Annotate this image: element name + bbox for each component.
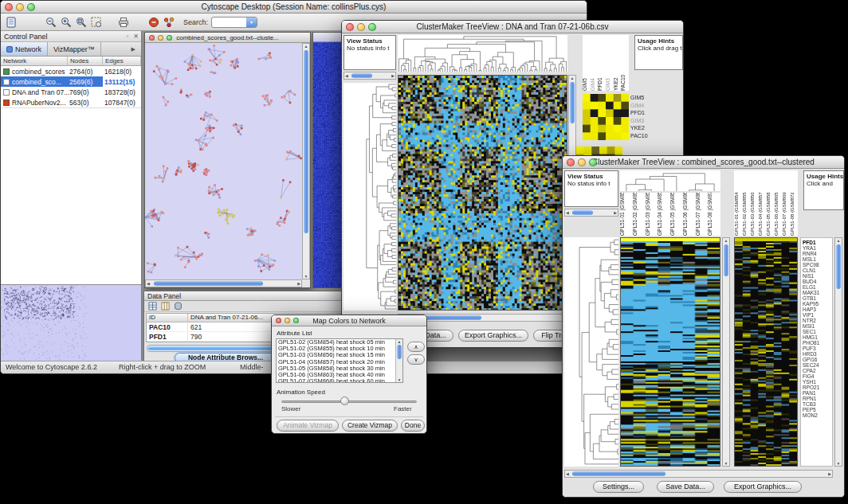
id-column-header[interactable]: ID xyxy=(147,314,188,322)
zoom-in-icon[interactable] xyxy=(60,16,73,29)
column-nodes[interactable]: Nodes xyxy=(68,57,103,65)
network-list-item[interactable]: combined_sco...2569(6)13112(15) xyxy=(1,76,141,87)
attribute-grid-icon[interactable] xyxy=(148,302,157,311)
animate-vizmap-button[interactable]: Animate Vizmap xyxy=(277,420,339,432)
network-hscrollbar[interactable]: ◀ ▶ xyxy=(145,279,302,287)
scroll-up-icon[interactable]: ▲ xyxy=(396,339,402,344)
treeview1-titlebar[interactable]: ClusterMaker TreeView : DNA and Tran 07-… xyxy=(342,21,683,33)
network-list-item[interactable]: combined_scores2764(0)16218(0) xyxy=(1,66,141,76)
main-titlebar[interactable]: Cytoscape Desktop (Session Name: collins… xyxy=(1,1,587,14)
scroll-up-icon[interactable]: ▲ xyxy=(303,44,309,49)
column-dendrogram-canvas[interactable] xyxy=(398,35,567,72)
select-attributes-icon[interactable] xyxy=(161,302,170,311)
network-view-titlebar[interactable]: combined_scores_good.txt--cluste... xyxy=(145,33,310,43)
print-icon[interactable] xyxy=(117,16,130,29)
dialog-titlebar[interactable]: Map Colors to Network xyxy=(272,315,426,326)
scroll-up-icon[interactable]: ▲ xyxy=(569,76,575,80)
scroll-left-icon[interactable]: ◀ xyxy=(146,280,151,287)
scroll-left-icon[interactable]: ◀ xyxy=(565,209,570,216)
scroll-down-icon[interactable]: ▼ xyxy=(396,377,402,382)
tab-network[interactable]: Network xyxy=(1,42,48,56)
correlation-matrix-canvas[interactable] xyxy=(583,94,629,140)
scrollbar-thumb[interactable] xyxy=(397,345,402,359)
done-button[interactable]: Done xyxy=(401,420,425,432)
minimize-icon[interactable] xyxy=(16,3,24,11)
search-input[interactable]: ▾ xyxy=(211,17,257,28)
heatmap-canvas[interactable] xyxy=(620,237,720,467)
heatmap-vscrollbar[interactable]: ▲ ▼ xyxy=(722,237,730,467)
tab-vizmapper[interactable]: VizMapper™ xyxy=(48,42,101,56)
animation-speed-slider[interactable] xyxy=(281,400,417,403)
zoom-fit-icon[interactable] xyxy=(75,16,88,29)
close-icon[interactable] xyxy=(149,35,155,41)
scroll-left-icon[interactable]: ◀ xyxy=(344,72,349,79)
maximize-icon[interactable] xyxy=(27,3,35,11)
scroll-down-icon[interactable]: ▼ xyxy=(303,274,309,279)
close-panel-icon[interactable]: ✕ xyxy=(131,33,141,40)
heatmap-canvas[interactable] xyxy=(398,75,567,311)
attribute-list-item[interactable]: GPL51-07 (GSM868) heat shock 60 min xyxy=(277,378,402,383)
row-dendrogram-canvas[interactable] xyxy=(564,237,618,467)
minimize-icon[interactable] xyxy=(578,158,586,166)
scrollbar-thumb[interactable] xyxy=(570,82,575,123)
node-attribute-browser-button[interactable]: Node Attribute Brows... xyxy=(175,353,277,361)
settings-button[interactable]: Settings... xyxy=(593,481,644,493)
export-graphics-button[interactable]: Export Graphics... xyxy=(724,481,802,493)
close-icon[interactable] xyxy=(5,3,13,11)
gene-list-vscrollbar[interactable]: ▲ ▼ xyxy=(834,237,842,467)
scroll-down-icon[interactable]: ▼ xyxy=(723,461,729,466)
network-vscrollbar[interactable]: ▲ ▼ xyxy=(302,43,310,279)
zoom-out-icon[interactable] xyxy=(45,16,57,29)
minimize-icon[interactable] xyxy=(158,35,163,41)
maximize-icon[interactable] xyxy=(589,158,597,166)
scroll-down-icon[interactable]: ▼ xyxy=(835,461,842,466)
maximize-icon[interactable] xyxy=(167,35,172,41)
animation-speed-slider-thumb[interactable] xyxy=(340,397,349,405)
treeview2-titlebar[interactable]: ClusterMaker TreeView : combined_scores_… xyxy=(563,156,844,169)
export-graphics-button[interactable]: Export Graphics... xyxy=(458,330,528,342)
move-up-button[interactable]: ∧ xyxy=(407,342,425,352)
maximize-icon[interactable] xyxy=(293,318,299,323)
treeview2-hscrollbar[interactable]: ◀ ▶ xyxy=(564,470,833,478)
maximize-icon[interactable] xyxy=(368,23,376,31)
scroll-right-icon[interactable]: ▶ xyxy=(391,72,395,79)
network-view-window[interactable]: combined_scores_good.txt--cluste... ▲ ▼ … xyxy=(144,32,311,288)
scrollbar-thumb[interactable] xyxy=(836,244,841,289)
scroll-up-icon[interactable]: ▲ xyxy=(723,238,729,243)
search-dropdown-icon[interactable]: ▾ xyxy=(246,18,257,27)
minimize-icon[interactable] xyxy=(357,23,365,31)
annotation-icon[interactable] xyxy=(147,16,160,29)
scrollbar-thumb[interactable] xyxy=(724,244,728,276)
scroll-up-icon[interactable]: ▲ xyxy=(835,238,842,243)
close-icon[interactable] xyxy=(567,158,575,166)
scrollbar-thumb[interactable] xyxy=(351,73,372,78)
database-icon[interactable] xyxy=(174,302,183,311)
create-vizmap-button[interactable]: Create Vizmap xyxy=(342,420,398,432)
attribute-list-vscrollbar[interactable]: ▲ ▼ xyxy=(395,339,402,382)
row-dendrogram-canvas[interactable] xyxy=(344,83,396,311)
minimize-icon[interactable] xyxy=(285,318,290,323)
move-down-button[interactable]: ∨ xyxy=(407,354,425,365)
save-data-button[interactable]: Save Data... xyxy=(657,481,714,493)
column-edges[interactable]: Edges xyxy=(103,57,141,65)
status-hscrollbar[interactable]: ◀ ▶ xyxy=(564,209,618,217)
close-icon[interactable] xyxy=(346,23,354,31)
close-icon[interactable] xyxy=(276,318,281,323)
scrollbar-thumb[interactable] xyxy=(572,210,593,215)
import-network-icon[interactable] xyxy=(5,16,18,29)
column-dendrogram-canvas[interactable] xyxy=(620,170,720,191)
attribute-list[interactable]: GPL51-02 (GSM854) heat shock 05 minGPL51… xyxy=(276,338,403,383)
float-panel-icon[interactable]: ▫ xyxy=(124,33,131,40)
column-network[interactable]: Network xyxy=(1,57,68,65)
global-heatmap-canvas[interactable] xyxy=(734,237,798,467)
tab-overflow-arrow[interactable]: ▶ xyxy=(101,42,141,56)
network-list-item[interactable]: DNA and Tran 07...769(0)183728(0) xyxy=(1,87,141,97)
status-hscrollbar[interactable]: ◀ ▶ xyxy=(344,72,396,80)
scroll-left-icon[interactable]: ◀ xyxy=(565,471,570,477)
zoom-selected-icon[interactable] xyxy=(90,16,103,29)
vizmapper-palette-icon[interactable] xyxy=(163,16,175,29)
scroll-right-icon[interactable]: ▶ xyxy=(827,471,832,477)
network-list-item[interactable]: RNAPuberNov2...563(0)107847(0) xyxy=(1,97,141,107)
network-graph-canvas[interactable] xyxy=(145,43,302,279)
scrollbar-thumb[interactable] xyxy=(572,471,665,476)
